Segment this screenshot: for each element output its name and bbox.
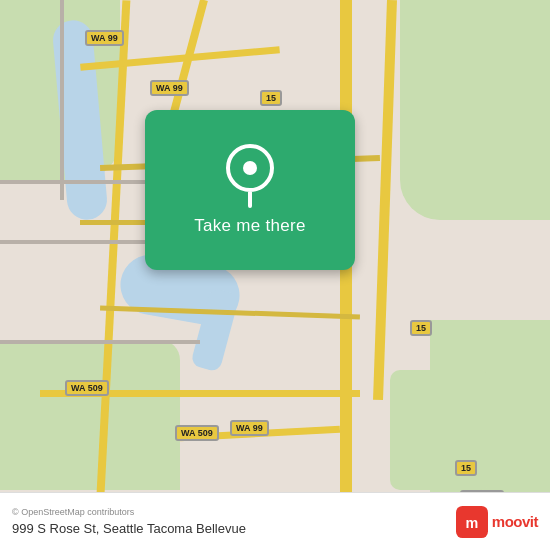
pin-tail <box>248 192 252 208</box>
map-container: WA 99 WA 99 WA 99 15 15 15 15 WA 509 WA … <box>0 0 550 550</box>
bottom-bar: © OpenStreetMap contributors 999 S Rose … <box>0 492 550 550</box>
take-me-there-button[interactable]: Take me there <box>145 110 355 270</box>
svg-text:m: m <box>465 515 478 531</box>
route-badge-wa99: WA 99 <box>150 80 189 96</box>
route-badge-wa99: WA 99 <box>230 420 269 436</box>
route-badge-i5: 15 <box>260 90 282 106</box>
route-badge-wa509: WA 509 <box>65 380 109 396</box>
road <box>0 240 160 244</box>
attribution-text: © OpenStreetMap contributors <box>12 507 246 517</box>
route-badge-i5: 15 <box>410 320 432 336</box>
take-me-there-label: Take me there <box>194 216 306 236</box>
road <box>340 0 352 550</box>
location-pin-icon <box>226 144 274 204</box>
bottom-info: © OpenStreetMap contributors 999 S Rose … <box>12 507 246 536</box>
route-badge-wa99: WA 99 <box>85 30 124 46</box>
road <box>60 0 64 200</box>
address-text: 999 S Rose St, Seattle Tacoma Bellevue <box>12 521 246 536</box>
route-badge-i5: 15 <box>455 460 477 476</box>
pin-dot <box>243 161 257 175</box>
route-badge-wa509: WA 509 <box>175 425 219 441</box>
green-area <box>0 340 180 490</box>
moovit-brand-name: moovit <box>492 513 538 530</box>
green-area <box>400 0 550 220</box>
moovit-logo: m moovit <box>456 506 538 538</box>
road <box>0 340 200 344</box>
moovit-logo-icon: m <box>456 506 488 538</box>
